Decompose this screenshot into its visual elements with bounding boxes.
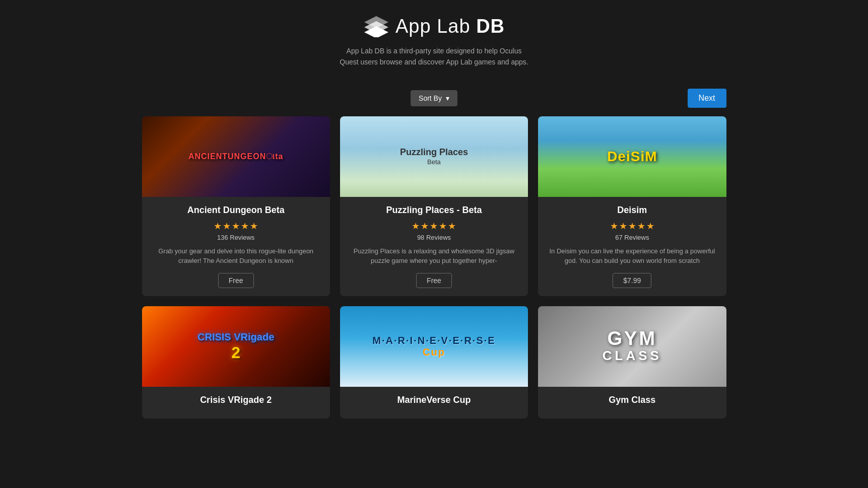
logo-title: App Lab DB [395,16,505,37]
card-body-deisim: Deisim ★ ★ ★ ★ ★ 67 Reviews In Deisim yo… [538,197,726,296]
card-title-ancient: Ancient Dungeon Beta [187,205,285,216]
card-price-ancient[interactable]: Free [218,273,254,288]
star-4: ★ [241,221,249,232]
card-reviews-deisim: 67 Reviews [615,234,649,241]
card-desc-puzzling: Puzzling Places is a relaxing and wholes… [348,246,520,266]
card-puzzling-places[interactable]: Puzzling Places Beta Puzzling Places - B… [340,116,528,296]
card-body-marine: MarineVerse Cup [340,387,528,419]
card-stars-ancient: ★ ★ ★ ★ ★ [214,221,258,232]
star-4: ★ [637,221,645,232]
page-header: App Lab DB App Lab DB is a third-party s… [0,0,868,85]
star-5: ★ [646,221,654,232]
card-desc-ancient: Grab your gear and delve into this rogue… [150,246,322,266]
card-image-marine: M·A·R·I·N·E·V·E·R·S·ECup [340,306,528,387]
marine-art-logo: M·A·R·I·N·E·V·E·R·S·ECup [372,335,495,358]
card-stars-puzzling: ★ ★ ★ ★ ★ [412,221,456,232]
star-3: ★ [430,221,438,232]
card-price-deisim[interactable]: $7.99 [613,273,651,288]
star-2: ★ [619,221,627,232]
card-body-crisis: Crisis VRigade 2 [142,387,330,419]
card-title-marine: MarineVerse Cup [397,395,471,405]
card-price-puzzling[interactable]: Free [416,273,452,288]
puzzling-logo-text: Puzzling Places Beta [400,147,468,167]
star-1: ★ [412,221,420,232]
star-3: ★ [232,221,240,232]
card-body-puzzling: Puzzling Places - Beta ★ ★ ★ ★ ★ 98 Revi… [340,197,528,296]
app-lab-icon [363,15,389,37]
star-2: ★ [223,221,231,232]
card-marineverse[interactable]: M·A·R·I·N·E·V·E·R·S·ECup MarineVerse Cup [340,306,528,419]
card-image-ancient [142,116,330,197]
sort-by-label: Sort By [419,94,442,102]
card-stars-deisim: ★ ★ ★ ★ ★ [610,221,654,232]
card-image-crisis: CRISIS VRigade2 [142,306,330,387]
star-5: ★ [250,221,258,232]
crisis-art-label: CRISIS VRigade2 [197,331,274,362]
card-body-gym: Gym Class [538,387,726,419]
card-title-deisim: Deisim [617,205,647,216]
card-deisim[interactable]: DeiSiM Deisim ★ ★ ★ ★ ★ 67 Reviews In De… [538,116,726,296]
card-title-crisis: Crisis VRigade 2 [200,395,272,405]
sort-caret-icon: ▾ [446,94,449,102]
star-1: ★ [610,221,618,232]
card-image-deisim: DeiSiM [538,116,726,197]
cards-grid: Ancient Dungeon Beta ★ ★ ★ ★ ★ 136 Revie… [132,116,737,419]
card-image-puzzling: Puzzling Places Beta [340,116,528,197]
card-reviews-puzzling: 98 Reviews [417,234,451,241]
sort-by-button[interactable]: Sort By ▾ [411,90,457,106]
card-title-gym: Gym Class [609,395,655,405]
star-4: ★ [439,221,447,232]
star-1: ★ [214,221,222,232]
card-title-puzzling: Puzzling Places - Beta [386,205,482,216]
star-3: ★ [628,221,636,232]
card-image-gym: GYM CLASS [538,306,726,387]
card-crisis-vrigade[interactable]: CRISIS VRigade2 Crisis VRigade 2 [142,306,330,419]
card-desc-deisim: In Deisim you can live the experience of… [546,246,718,266]
controls-row: Sort By ▾ Next [132,85,737,116]
star-5: ★ [448,221,456,232]
star-2: ★ [421,221,429,232]
card-gym-class[interactable]: GYM CLASS Gym Class [538,306,726,419]
card-reviews-ancient: 136 Reviews [217,234,254,241]
logo: App Lab DB [10,15,858,37]
card-ancient-dungeon-beta[interactable]: Ancient Dungeon Beta ★ ★ ★ ★ ★ 136 Revie… [142,116,330,296]
gym-art-logo: GYM CLASS [603,329,662,364]
next-button[interactable]: Next [688,89,726,108]
subtitle-text: App Lab DB is a third-party site designe… [339,45,530,68]
card-body-ancient: Ancient Dungeon Beta ★ ★ ★ ★ ★ 136 Revie… [142,197,330,296]
deisim-art-text: DeiSiM [607,148,657,165]
